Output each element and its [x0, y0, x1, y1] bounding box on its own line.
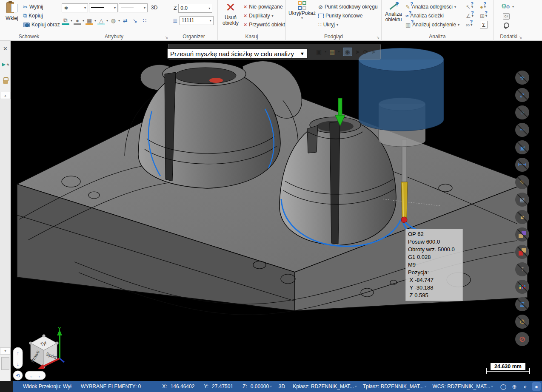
copy-image-button[interactable]: Kopiuj obraz	[23, 20, 60, 29]
wcs-selector[interactable]: WCS: RDZENNIK_MAT...	[433, 383, 491, 389]
analyze-chain-button[interactable]: ∞?▾	[466, 20, 472, 29]
path-analysis-icon: ≈?	[405, 13, 408, 19]
chevron-down-icon[interactable]: ▾	[94, 19, 96, 23]
chevron-down-icon[interactable]: ▾	[118, 19, 120, 23]
ghost-rotate-cursor-icon[interactable]: ⟳	[363, 48, 368, 55]
globe-axes-icon[interactable]: ⊕	[510, 382, 519, 391]
rotate-view-control[interactable]: ⟲	[13, 371, 23, 380]
toggle-text-button[interactable]: ⌶	[515, 262, 529, 276]
path-analysis-combo[interactable]: Przesuń myszkę nad ścieżkę w celu analiz…	[167, 48, 308, 59]
table-color-button[interactable]: ▦	[85, 16, 94, 25]
ghost-window-select-icon[interactable]: ▦	[329, 48, 335, 55]
chevron-down-icon[interactable]: ▾	[106, 19, 108, 23]
toggle-sketch-button[interactable]: ✎	[515, 175, 529, 189]
transparency-button[interactable]: △	[97, 16, 106, 25]
chevron-down-icon[interactable]: ▾	[71, 19, 72, 23]
toggle-curves-button[interactable]: ~	[515, 123, 529, 137]
view-cube[interactable]: Tył Prawo Spód	[29, 335, 59, 368]
copy-to-layer-button[interactable]: ↘	[130, 16, 140, 25]
mode-3d-status[interactable]: 3D	[279, 383, 285, 389]
simulate-select-button[interactable]	[0, 60, 11, 70]
tplane-selector[interactable]: Tpłasz: RDZENNIK_MAT...	[363, 383, 424, 389]
chevron-down-icon[interactable]: ▾	[83, 19, 84, 23]
scroll-up-button[interactable]: ▲	[0, 92, 11, 99]
deviation-analysis-button[interactable]: ▥? Analizuj odchylenie ▾	[405, 20, 459, 29]
ghost-pan-cursor-icon[interactable]: ➤	[371, 48, 376, 55]
toggle-stock-button[interactable]	[515, 245, 529, 259]
not-associated-button[interactable]: ✕ Nie-powiązane	[243, 3, 283, 11]
z-level-combo[interactable]: 0.0▾	[178, 4, 212, 13]
toggle-workplanes-button[interactable]	[515, 227, 529, 241]
group-label-atrybuty: Atrybuty	[58, 34, 170, 40]
ghost-select-icon[interactable]: ▣	[316, 48, 322, 55]
copy-button[interactable]: ⧉ Kopiuj	[23, 11, 43, 20]
lock-button[interactable]	[0, 75, 11, 85]
match-attributes-button[interactable]: ⇄	[120, 16, 130, 25]
line-weight-icon	[121, 8, 134, 8]
addins-gears-button[interactable]: ⚙⚙ ▾	[501, 2, 514, 11]
section-view-status[interactable]: Widok Przekroju: Wył	[23, 383, 71, 389]
toggle-circles-button[interactable]: ○	[515, 105, 529, 119]
chevron-down-icon[interactable]: ▾	[325, 50, 326, 54]
distance-analysis-button[interactable]: ✎? Analiza odległości ▾	[405, 3, 456, 11]
preview-thumbnail[interactable]	[1, 357, 9, 370]
half-shaded-globe-icon[interactable]: ◐	[521, 382, 530, 391]
cplane-selector[interactable]: Kpłasz: RDZENNIK_MAT...	[293, 383, 354, 389]
endpoints-toggle[interactable]: Punkty końcowe	[318, 11, 362, 20]
point-rows-button[interactable]: ∷	[140, 16, 149, 25]
toggle-colors-button[interactable]	[515, 280, 529, 294]
circle-center-toggle[interactable]: ⊘ Punkt środkowy okręgu	[318, 3, 378, 11]
chevron-down-icon[interactable]: ˅	[355, 385, 357, 389]
hide-toggle[interactable]: ∷ Ukryj ▾	[318, 20, 338, 29]
line-weight-combo[interactable]: ▾	[119, 3, 148, 12]
point-style-combo[interactable]: ∗▾	[62, 3, 88, 12]
chevron-down-icon[interactable]: ▾	[338, 50, 340, 54]
toggle-points-button[interactable]: +	[515, 71, 529, 85]
toggle-construction-button[interactable]: ⚙	[515, 315, 529, 329]
selected-elements-status: WYBRANE ELEMENTY: 0	[81, 383, 141, 389]
hide-show-button[interactable]: Ukryj/Pokaż ▾	[288, 1, 316, 20]
tooltip-x: X -84.747	[408, 276, 460, 284]
line-style-combo[interactable]: ▾	[89, 3, 118, 12]
z-coord-value[interactable]: 0.00000	[251, 383, 269, 389]
material-globe-button[interactable]: ◍	[108, 16, 118, 25]
analyze-object-button[interactable]: ? Analiza obiektu	[383, 1, 404, 23]
chevron-down-icon[interactable]: ˅	[270, 385, 272, 389]
layers-icon[interactable]: ≣	[173, 17, 178, 24]
script-button[interactable]: C#	[503, 12, 510, 20]
ghost-cursor-check-icon[interactable]: ➤	[355, 48, 360, 55]
mode-3d-label: 3D	[151, 5, 157, 11]
solid-color-button[interactable]: ●	[73, 16, 82, 25]
toggle-images-button[interactable]: ▤	[515, 193, 529, 207]
delete-objects-button[interactable]: ✕ Usuń obiekty	[220, 1, 241, 26]
chevron-down-icon[interactable]: ˅	[491, 385, 493, 389]
scroll-down-button[interactable]: ▼	[0, 347, 11, 355]
toggle-solids-button[interactable]: ■	[515, 210, 529, 224]
tooltip-mcode: M9	[408, 261, 460, 269]
restore-object-button[interactable]: ✕ Przywróć obiekt	[243, 20, 285, 29]
duplicates-button[interactable]: ✕ Duplikaty ▾	[243, 11, 274, 20]
pan-horizontal-control[interactable]: ← →	[25, 371, 46, 380]
scrollbar-track[interactable]	[0, 99, 11, 347]
shaded-sphere-icon[interactable]: ●	[532, 382, 541, 391]
chevron-down-icon[interactable]: ˅	[425, 385, 427, 389]
toggle-point-pairs-button[interactable]: ++	[515, 88, 529, 102]
endpoints-icon	[318, 14, 324, 18]
layer-combo[interactable]: 11111▾	[180, 16, 214, 25]
hide-all-button[interactable]: ⊘	[515, 332, 529, 346]
ghost-active-mode-icon[interactable]: ◉	[343, 48, 352, 56]
image-icon: ▤	[519, 196, 525, 203]
viewport-3d-scene[interactable]	[11, 41, 542, 381]
inspector-button[interactable]	[503, 21, 510, 30]
wireframe-globe-icon[interactable]: ◯	[499, 382, 508, 391]
toggle-surfaces-button[interactable]: ▣	[515, 140, 529, 154]
cut-button[interactable]: ✂ Wytnij	[23, 3, 43, 11]
pan-vertical-control[interactable]: ↑ ↓	[13, 347, 23, 369]
paste-button[interactable]: Wklej	[3, 1, 21, 21]
sum-analysis-button[interactable]: Σ	[480, 20, 488, 29]
toggle-dimensions-button[interactable]: ⊢⊣	[515, 158, 529, 172]
analyze-box-button[interactable]: ⊞?▾	[480, 11, 487, 20]
entity-color-button[interactable]: ⧉	[61, 16, 70, 25]
close-panel-button[interactable]: ✕	[0, 43, 11, 54]
toggle-layers-button[interactable]: ≣	[515, 297, 529, 311]
